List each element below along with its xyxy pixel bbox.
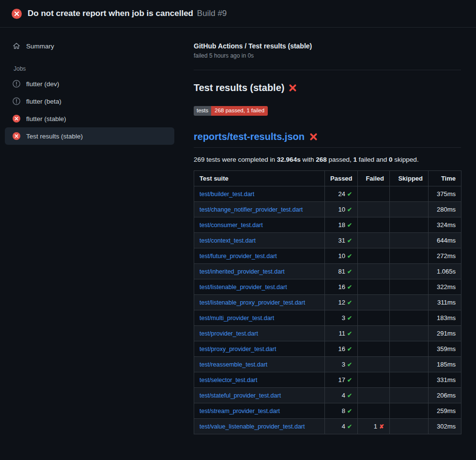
check-icon: ✔	[347, 268, 352, 275]
time-cell: 272ms	[429, 248, 461, 263]
table-row: test/reassemble_test.dart 3✔ 185ms	[194, 356, 461, 372]
passed-count: 31	[338, 237, 345, 244]
x-mark-icon	[288, 83, 297, 92]
divider	[194, 70, 461, 70]
check-icon: ✔	[347, 253, 352, 260]
passed-count: 81	[338, 268, 345, 275]
col-time: Time	[429, 170, 461, 186]
sidebar-job-item[interactable]: Test results (stable)	[5, 127, 174, 145]
suite-link[interactable]: test/context_test.dart	[200, 237, 256, 244]
suite-link[interactable]: test/future_provider_test.dart	[200, 253, 277, 260]
check-icon: ✔	[347, 237, 352, 244]
page-title: Do not create report when job is cancell…	[28, 9, 227, 18]
check-icon: ✔	[347, 191, 352, 198]
table-row: test/future_provider_test.dart 10✔ 272ms	[194, 248, 461, 263]
suite-link[interactable]: test/stream_provider_test.dart	[200, 408, 280, 414]
passed-count: 16	[338, 283, 345, 291]
suite-link[interactable]: test/consumer_test.dart	[200, 222, 263, 229]
suite-link[interactable]: test/provider_test.dart	[200, 330, 258, 337]
report-title: reports/test-results.json	[194, 131, 461, 148]
table-row: test/stream_provider_test.dart 8✔ 259ms	[194, 403, 461, 418]
section-title-text: Test results (stable)	[194, 82, 284, 93]
check-icon: ✔	[347, 284, 352, 291]
col-test-suite: Test suite	[194, 170, 325, 186]
sidebar-job-item[interactable]: flutter (dev)	[5, 75, 174, 92]
suite-link[interactable]: test/proxy_provider_test.dart	[200, 346, 276, 353]
table-row: test/selector_test.dart 17✔ 331ms	[194, 372, 461, 387]
suite-link[interactable]: test/change_notifier_provider_test.dart	[200, 206, 303, 213]
build-header: Do not create report when job is cancell…	[0, 0, 476, 28]
table-row: test/builder_test.dart 24✔ 375ms	[194, 186, 461, 201]
time-cell: 1.065s	[429, 263, 461, 279]
time-cell: 280ms	[429, 201, 461, 217]
time-cell: 183ms	[429, 310, 461, 325]
time-cell: 311ms	[429, 294, 461, 310]
sidebar-item-summary[interactable]: Summary	[5, 37, 174, 55]
check-icon: ✔	[347, 315, 352, 322]
table-row: test/context_test.dart 31✔ 644ms	[194, 232, 461, 248]
sidebar: Summary Jobs flutter (dev)	[0, 28, 182, 460]
passed-count: 4	[342, 392, 345, 399]
table-row: test/value_listenable_provider_test.dart…	[194, 418, 461, 434]
table-row: test/inherited_provider_test.dart 81✔ 1.…	[194, 263, 461, 279]
job-label: flutter (beta)	[26, 98, 61, 105]
suite-link[interactable]: test/multi_provider_test.dart	[200, 315, 274, 322]
suite-link[interactable]: test/stateful_provider_test.dart	[200, 392, 281, 399]
check-icon: ✔	[347, 299, 352, 306]
tests-badge: tests 268 passed, 1 failed	[194, 106, 268, 116]
sidebar-job-item[interactable]: flutter (stable)	[5, 110, 174, 127]
passed-count: 3	[342, 361, 345, 368]
table-row: test/listenable_proxy_provider_test.dart…	[194, 294, 461, 310]
check-icon: ✔	[347, 330, 352, 337]
check-icon: ✔	[347, 392, 352, 399]
jobs-heading: Jobs	[5, 65, 174, 72]
badge-label: tests	[194, 106, 211, 116]
passed-count: 3	[342, 314, 345, 322]
table-row: test/listenable_provider_test.dart 16✔ 3…	[194, 279, 461, 294]
time-cell: 359ms	[429, 341, 461, 356]
build-number: Build #9	[197, 9, 227, 18]
job-label: Test results (stable)	[26, 133, 83, 140]
neutral-circle-icon	[13, 80, 20, 88]
suite-link[interactable]: test/listenable_provider_test.dart	[200, 284, 287, 291]
table-header-row: Test suite Passed Failed Skipped Time	[194, 170, 461, 186]
col-failed: Failed	[358, 170, 390, 186]
suite-link[interactable]: test/value_listenable_provider_test.dart	[200, 423, 305, 430]
results-table: Test suite Passed Failed Skipped Time te…	[194, 170, 461, 434]
summary-text: 269 tests were completed in 32.964s with…	[194, 156, 461, 163]
suite-link[interactable]: test/reassemble_test.dart	[200, 361, 267, 368]
results-table-body: test/builder_test.dart 24✔ 375ms test/ch…	[194, 186, 461, 434]
suite-link[interactable]: test/listenable_proxy_provider_test.dart	[200, 299, 305, 306]
passed-count: 17	[338, 376, 345, 383]
check-icon: ✔	[347, 361, 352, 368]
breadcrumb: GitHub Actions / Test results (stable)	[194, 42, 461, 50]
passed-count: 11	[338, 330, 345, 337]
suite-link[interactable]: test/inherited_provider_test.dart	[200, 268, 285, 275]
check-icon: ✔	[347, 222, 352, 229]
badge-value: 268 passed, 1 failed	[211, 106, 268, 116]
col-skipped: Skipped	[390, 170, 429, 186]
passed-count: 10	[338, 206, 345, 213]
check-icon: ✔	[347, 377, 352, 383]
suite-link[interactable]: test/builder_test.dart	[200, 191, 254, 198]
suite-link[interactable]: test/selector_test.dart	[200, 377, 258, 383]
passed-count: 8	[342, 407, 345, 414]
time-cell: 206ms	[429, 387, 461, 403]
time-cell: 324ms	[429, 217, 461, 232]
check-icon: ✔	[347, 206, 352, 213]
report-link[interactable]: reports/test-results.json	[194, 131, 305, 142]
section-title: Test results (stable)	[194, 82, 461, 93]
job-label: flutter (dev)	[26, 80, 59, 88]
passed-count: 24	[338, 190, 345, 198]
check-icon: ✔	[347, 346, 352, 353]
time-cell: 331ms	[429, 372, 461, 387]
time-cell: 644ms	[429, 232, 461, 248]
passed-count: 10	[338, 252, 345, 260]
passed-count: 12	[338, 299, 345, 306]
table-row: test/multi_provider_test.dart 3✔ 183ms	[194, 310, 461, 325]
x-mark-icon	[309, 132, 318, 141]
time-cell: 322ms	[429, 279, 461, 294]
table-row: test/consumer_test.dart 18✔ 324ms	[194, 217, 461, 232]
sidebar-job-item[interactable]: flutter (beta)	[5, 92, 174, 110]
main-content: GitHub Actions / Test results (stable) f…	[182, 28, 476, 460]
